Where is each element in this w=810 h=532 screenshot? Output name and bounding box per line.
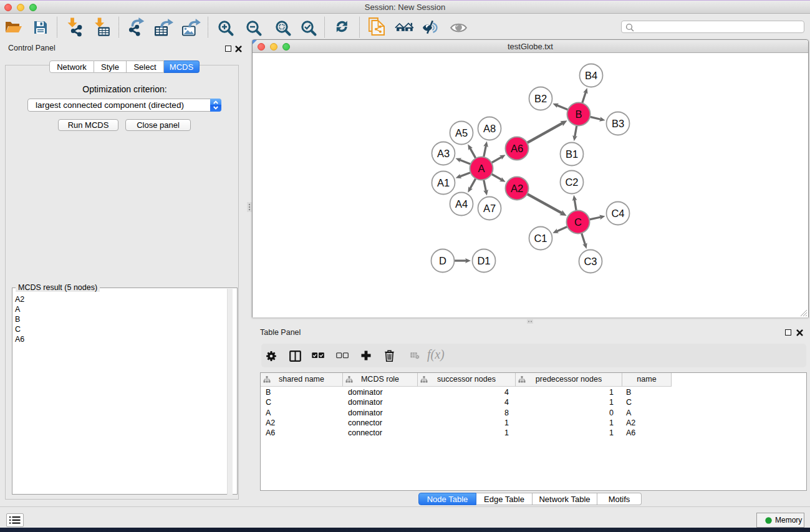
svg-text:C3: C3 <box>584 256 597 267</box>
svg-text:B: B <box>575 109 582 120</box>
svg-text:C1: C1 <box>534 233 547 244</box>
svg-text:D: D <box>439 255 446 266</box>
svg-text:A5: A5 <box>455 127 468 138</box>
svg-text:B2: B2 <box>534 93 547 104</box>
svg-text:A2: A2 <box>511 183 523 194</box>
svg-text:C4: C4 <box>611 208 624 219</box>
svg-text:A8: A8 <box>483 123 496 134</box>
svg-text:A: A <box>478 163 485 174</box>
svg-text:B1: B1 <box>566 148 578 160</box>
svg-text:A7: A7 <box>483 203 496 214</box>
svg-text:C2: C2 <box>565 177 578 188</box>
svg-text:A3: A3 <box>437 148 450 159</box>
svg-text:B3: B3 <box>612 118 624 129</box>
svg-text:A6: A6 <box>511 143 523 154</box>
svg-text:D1: D1 <box>477 255 490 266</box>
svg-text:A4: A4 <box>455 198 468 210</box>
svg-text:C: C <box>574 216 582 228</box>
svg-text:B4: B4 <box>585 70 597 81</box>
svg-text:A1: A1 <box>437 177 450 188</box>
